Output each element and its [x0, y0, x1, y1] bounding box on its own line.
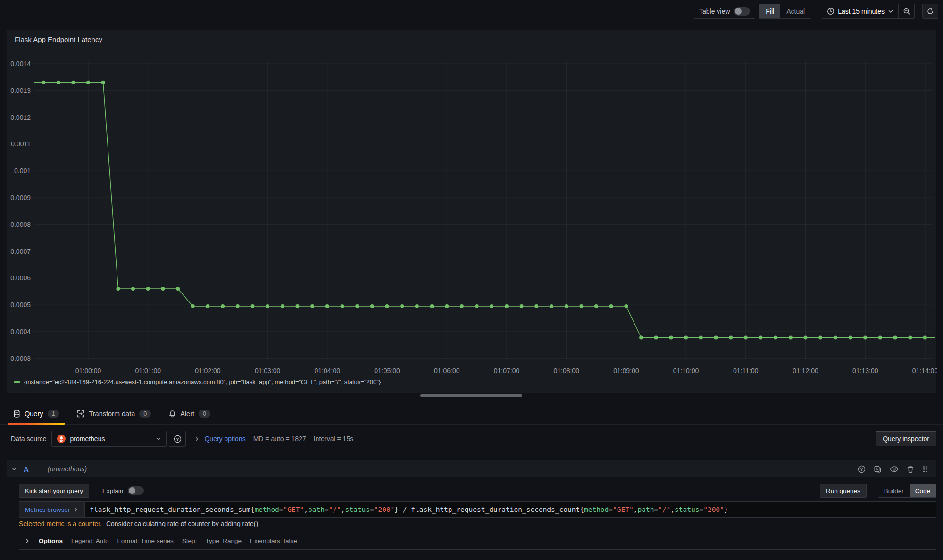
tab-transform-count: 0 — [139, 410, 151, 418]
query-options-label: Query options — [204, 435, 245, 443]
svg-text:01:08:00: 01:08:00 — [553, 367, 579, 375]
svg-text:0.0013: 0.0013 — [10, 87, 31, 94]
query-help-button[interactable]: ? — [858, 465, 866, 473]
tab-query[interactable]: Query 1 — [8, 403, 65, 425]
time-range-picker: Last 15 minutes — [822, 4, 915, 19]
counter-warning: Selected metric is a counter. Consider c… — [19, 518, 260, 529]
chevron-down-icon — [888, 8, 893, 14]
tab-transform-label: Transform data — [89, 410, 135, 418]
horizontal-scrollbar[interactable] — [420, 394, 522, 397]
panel-title: Flask App Endpoint Latency — [15, 35, 102, 43]
options-summary: Legend: AutoFormat: Time seriesStep:Type… — [71, 537, 297, 544]
options-detail: Exemplars: false — [250, 537, 297, 544]
svg-text:0.0007: 0.0007 — [10, 248, 31, 255]
help-circle-icon: ? — [174, 435, 182, 443]
svg-text:?: ? — [176, 436, 179, 442]
eye-icon — [890, 465, 899, 473]
tab-alert[interactable]: Alert 0 — [163, 403, 216, 425]
copy-icon — [874, 465, 882, 473]
time-range-button[interactable]: Last 15 minutes — [822, 8, 898, 15]
metrics-browser-toggle[interactable]: Metrics browser — [19, 501, 84, 518]
interval-text: Interval = 15s — [314, 435, 353, 443]
explain-toggle[interactable] — [128, 486, 144, 495]
chevron-down-icon — [156, 436, 161, 442]
code-option[interactable]: Code — [910, 484, 936, 497]
builder-option[interactable]: Builder — [878, 484, 910, 497]
zoom-out-time-button[interactable] — [898, 4, 914, 18]
svg-text:0.0004: 0.0004 — [10, 328, 31, 335]
datasource-picker[interactable]: prometheus — [51, 431, 167, 447]
svg-text:01:13:00: 01:13:00 — [852, 367, 878, 375]
svg-text:01:05:00: 01:05:00 — [374, 367, 400, 375]
table-view-toggle[interactable] — [734, 7, 750, 16]
query-datasource-hint: (prometheus) — [48, 465, 87, 473]
svg-text:01:11:00: 01:11:00 — [733, 367, 759, 375]
drag-handle[interactable] — [922, 465, 928, 473]
promql-query-input[interactable]: flask_http_request_duration_seconds_sum{… — [84, 501, 936, 518]
explain-label: Explain — [102, 487, 123, 494]
svg-text:0.0003: 0.0003 — [10, 355, 31, 362]
latency-chart[interactable]: 0.00140.00130.00120.00110.0010.00090.000… — [7, 30, 937, 376]
datasource-bar: Data source prometheus ? Query options M… — [0, 429, 943, 448]
query-row-header[interactable]: A (prometheus) ? — [7, 460, 936, 477]
svg-text:01:07:00: 01:07:00 — [494, 367, 520, 375]
svg-text:0.001: 0.001 — [14, 167, 31, 175]
run-queries-button[interactable]: Run queries — [820, 484, 867, 498]
svg-text:?: ? — [860, 467, 863, 472]
remove-query-button[interactable] — [907, 465, 914, 473]
add-rate-link[interactable]: Consider calculating rate of counter by … — [106, 520, 260, 527]
actual-option[interactable]: Actual — [780, 4, 811, 18]
svg-text:0.0005: 0.0005 — [10, 301, 31, 309]
chevron-right-icon — [74, 507, 79, 512]
prometheus-icon — [57, 434, 66, 443]
refresh-icon — [926, 8, 934, 15]
datasource-selected-value: prometheus — [70, 435, 152, 443]
svg-text:01:04:00: 01:04:00 — [315, 367, 341, 375]
promql-editor: Metrics browser flask_http_request_durat… — [19, 501, 936, 518]
refresh-button[interactable] — [922, 4, 938, 19]
tab-alert-label: Alert — [180, 410, 194, 418]
options-label: Options — [39, 537, 63, 544]
fill-actual-switch: Fill Actual — [759, 4, 811, 19]
svg-text:01:00:00: 01:00:00 — [75, 367, 101, 375]
bell-icon — [169, 410, 176, 418]
query-options-collapsed[interactable]: Options Legend: AutoFormat: Time seriesS… — [19, 532, 936, 550]
legend-item[interactable]: {instance="ec2-184-169-216-224.us-west-1… — [14, 378, 381, 385]
options-detail: Format: Time series — [117, 537, 174, 544]
clock-icon — [827, 8, 835, 15]
table-view-control: Table view — [694, 4, 755, 19]
chevron-right-icon — [194, 436, 200, 442]
svg-text:01:06:00: 01:06:00 — [434, 367, 460, 375]
hide-response-button[interactable] — [890, 465, 899, 473]
query-options-toggle[interactable]: Query options — [194, 435, 245, 443]
kick-start-query-button[interactable]: Kick start your query — [19, 484, 89, 498]
tab-query-count: 1 — [48, 410, 59, 418]
panel-editor-toolbar: Table view Fill Actual Last 15 minutes — [0, 0, 943, 23]
svg-text:0.0011: 0.0011 — [11, 140, 31, 148]
chevron-right-icon — [25, 538, 30, 543]
database-icon — [13, 410, 20, 418]
explain-control: Explain — [102, 486, 144, 495]
time-range-label: Last 15 minutes — [838, 8, 885, 15]
svg-text:0.0012: 0.0012 — [10, 114, 31, 121]
zoom-out-icon — [903, 8, 910, 15]
max-data-points-text: MD = auto = 1827 — [253, 435, 306, 443]
duplicate-query-button[interactable] — [874, 465, 882, 473]
svg-text:0.0006: 0.0006 — [10, 274, 31, 282]
help-circle-icon: ? — [858, 465, 866, 473]
fill-option[interactable]: Fill — [759, 4, 780, 18]
datasource-help-button[interactable]: ? — [169, 431, 186, 447]
tab-transform-data[interactable]: Transform data 0 — [71, 403, 157, 425]
tab-alert-count: 0 — [199, 410, 210, 418]
svg-text:01:03:00: 01:03:00 — [255, 367, 281, 375]
grip-dots-icon — [922, 465, 928, 473]
svg-text:0.0009: 0.0009 — [10, 194, 31, 201]
trash-icon — [907, 465, 914, 473]
chevron-down-icon — [11, 466, 17, 472]
timeseries-panel: 0.00140.00130.00120.00110.0010.00090.000… — [7, 30, 936, 393]
tab-query-label: Query — [25, 410, 43, 418]
svg-text:01:02:00: 01:02:00 — [195, 367, 221, 375]
query-ref-id: A — [24, 465, 29, 473]
svg-text:01:14:00: 01:14:00 — [912, 367, 937, 375]
query-inspector-button[interactable]: Query inspector — [876, 431, 936, 446]
